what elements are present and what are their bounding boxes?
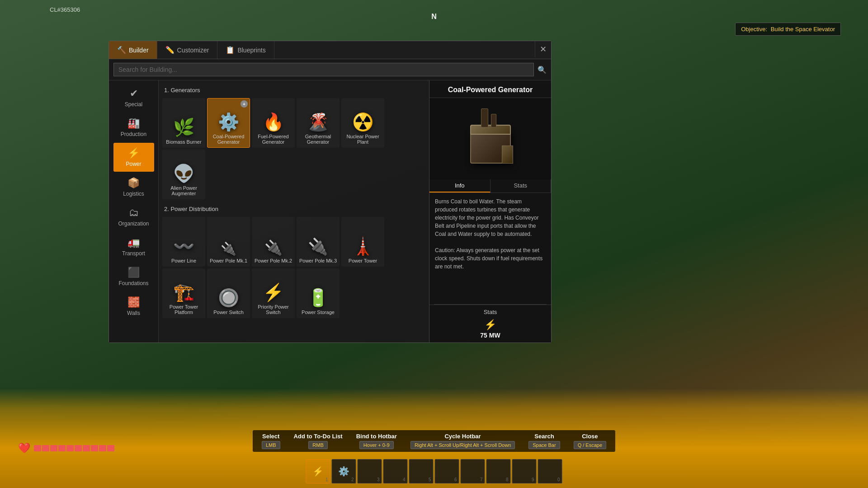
customizer-tab-label: Customizer bbox=[177, 47, 209, 54]
walls-icon: 🧱 bbox=[127, 296, 140, 308]
item-power-tower-platform[interactable]: 🏗️ Power Tower Platform bbox=[162, 268, 205, 318]
sidebar-item-transport[interactable]: 🚛 Transport bbox=[113, 232, 154, 261]
hud-coordinates: CL#365306 bbox=[50, 6, 80, 13]
organization-icon: 🗂 bbox=[129, 207, 139, 219]
power-pole-mk1-label: Power Pole Mk.1 bbox=[210, 258, 247, 263]
hotbar-slot-9[interactable]: 9 bbox=[512, 459, 537, 483]
hotbar-slot-5-num: 5 bbox=[429, 477, 431, 482]
hotbar-slot-0-num: 0 bbox=[557, 477, 560, 482]
blueprints-tab-label: Blueprints bbox=[237, 47, 265, 54]
sidebar-item-production[interactable]: 🏭 Production bbox=[113, 113, 154, 142]
hotbar-slot-7[interactable]: 7 bbox=[461, 459, 485, 483]
health-seg-4 bbox=[58, 445, 66, 451]
info-image-area bbox=[429, 98, 551, 179]
health-icon: ❤️ bbox=[18, 442, 30, 454]
sidebar-item-walls[interactable]: 🧱 Walls bbox=[113, 292, 154, 321]
sidebar-label-organization: Organization bbox=[118, 221, 149, 227]
alien-power-label: Alien Power Augmenter bbox=[165, 185, 203, 196]
hotbar-slot-3[interactable]: 3 bbox=[358, 459, 382, 483]
power-switch-label: Power Switch bbox=[213, 310, 244, 315]
sidebar: ✔ Special 🏭 Production ⚡ Power 📦 Logisti… bbox=[109, 80, 159, 343]
bottom-controls: Select LMB Add to To-Do List RMB Bind to… bbox=[253, 430, 615, 452]
health-seg-9 bbox=[99, 445, 106, 451]
tab-bar: 🔨 Builder ✏️ Customizer 📋 Blueprints ✕ bbox=[109, 41, 551, 59]
building-grid: 1. Generators 🌿 Biomass Burner + ⚙️ Coal… bbox=[159, 80, 429, 343]
health-seg-8 bbox=[91, 445, 98, 451]
info-panel: Coal-Powered Generator Info Stats bbox=[429, 80, 551, 343]
info-tab-info[interactable]: Info bbox=[429, 179, 491, 192]
generators-row: 🌿 Biomass Burner + ⚙️ Coal-Powered Gener… bbox=[162, 98, 425, 199]
control-cycle-hotbar: Cycle Hotbar Right Alt + Scroll Up/Right… bbox=[410, 433, 515, 449]
hotbar-slot-2-num: 2 bbox=[351, 477, 354, 482]
power-stat-icon: ⚡ bbox=[484, 319, 496, 331]
sidebar-label-logistics: Logistics bbox=[123, 191, 144, 197]
sidebar-label-walls: Walls bbox=[127, 310, 140, 316]
item-coal-powered-generator[interactable]: + ⚙️ Coal-Powered Generator bbox=[207, 98, 250, 148]
item-nuclear-power-plant[interactable]: ☢️ Nuclear Power Plant bbox=[341, 98, 384, 148]
geo-gen-label: Geothermal Generator bbox=[299, 134, 337, 145]
hotbar-slot-4-num: 4 bbox=[403, 477, 406, 482]
coal-gen-icon: ⚙️ bbox=[218, 112, 239, 132]
hotbar-slot-0[interactable]: 0 bbox=[538, 459, 562, 483]
hud-compass: N bbox=[431, 13, 437, 21]
close-button[interactable]: ✕ bbox=[535, 41, 551, 57]
coal-gen-label: Coal-Powered Generator bbox=[209, 134, 248, 145]
power-switch-icon: 🔘 bbox=[218, 288, 239, 308]
hotbar-slot-2[interactable]: ⚙️ 2 bbox=[332, 459, 356, 483]
tab-customizer[interactable]: ✏️ Customizer bbox=[157, 41, 218, 59]
tab-blueprints[interactable]: 📋 Blueprints bbox=[217, 41, 274, 59]
objective-text: Build the Space Elevator bbox=[771, 26, 835, 33]
blueprints-tab-icon: 📋 bbox=[226, 46, 235, 54]
hotbar-slot-1[interactable]: ⚡ 1 bbox=[306, 459, 330, 483]
info-description: Burns Coal to boil Water. The steam prod… bbox=[429, 193, 551, 304]
sidebar-label-production: Production bbox=[121, 131, 146, 137]
item-power-tower[interactable]: 🗼 Power Tower bbox=[341, 217, 384, 267]
item-power-line[interactable]: 〰️ Power Line bbox=[162, 217, 205, 267]
item-power-pole-mk3[interactable]: 🔌 Power Pole Mk.3 bbox=[297, 217, 340, 267]
item-biomass-burner[interactable]: 🌿 Biomass Burner bbox=[162, 98, 205, 148]
health-bar: ❤️ bbox=[18, 442, 114, 454]
sidebar-item-organization[interactable]: 🗂 Organization bbox=[113, 202, 154, 231]
power-pole-mk2-icon: 🔌 bbox=[264, 239, 283, 256]
builder-window: 🔨 Builder ✏️ Customizer 📋 Blueprints ✕ 🔍… bbox=[108, 41, 552, 343]
item-power-switch[interactable]: 🔘 Power Switch bbox=[207, 268, 250, 318]
hotbar: ⚡ 1 ⚙️ 2 3 4 5 6 7 8 9 0 bbox=[306, 459, 562, 483]
tab-builder[interactable]: 🔨 Builder bbox=[109, 41, 157, 59]
content-area: ✔ Special 🏭 Production ⚡ Power 📦 Logisti… bbox=[109, 80, 551, 343]
item-fuel-powered-generator[interactable]: 🔥 Fuel-Powered Generator bbox=[252, 98, 295, 148]
hotbar-slot-5[interactable]: 5 bbox=[409, 459, 434, 483]
sidebar-item-foundations[interactable]: ⬛ Foundations bbox=[113, 262, 154, 291]
search-bar: 🔍 bbox=[109, 59, 551, 80]
generators-header: 1. Generators bbox=[162, 84, 425, 96]
power-tower-label: Power Tower bbox=[349, 258, 377, 263]
stats-title: Stats bbox=[435, 309, 546, 315]
priority-switch-icon: ⚡ bbox=[263, 282, 284, 302]
info-tab-stats[interactable]: Stats bbox=[491, 179, 552, 192]
health-seg-10 bbox=[107, 445, 114, 451]
power-storage-label: Power Storage bbox=[302, 310, 335, 315]
item-power-pole-mk1[interactable]: 🔌 Power Pole Mk.1 bbox=[207, 217, 250, 267]
sidebar-item-power[interactable]: ⚡ Power bbox=[113, 143, 154, 172]
sidebar-item-special[interactable]: ✔ Special bbox=[113, 83, 154, 112]
item-geothermal-generator[interactable]: 🌋 Geothermal Generator bbox=[297, 98, 340, 148]
power-icon: ⚡ bbox=[127, 147, 140, 159]
item-alien-power-augmenter[interactable]: 👽 Alien Power Augmenter bbox=[162, 150, 205, 199]
sidebar-label-transport: Transport bbox=[122, 250, 145, 257]
power-pole-mk3-label: Power Pole Mk.3 bbox=[299, 258, 337, 263]
item-power-pole-mk2[interactable]: 🔌 Power Pole Mk.2 bbox=[252, 217, 295, 267]
hotbar-slot-8-num: 8 bbox=[506, 477, 509, 482]
search-input[interactable] bbox=[113, 63, 534, 76]
power-tower-platform-label: Power Tower Platform bbox=[165, 304, 203, 315]
item-priority-power-switch[interactable]: ⚡ Priority Power Switch bbox=[252, 268, 295, 318]
control-search: Search Space Bar bbox=[528, 433, 560, 449]
customizer-tab-icon: ✏️ bbox=[165, 46, 175, 54]
builder-tab-label: Builder bbox=[129, 47, 149, 54]
item-power-storage[interactable]: 🔋 Power Storage bbox=[297, 268, 340, 318]
hotbar-slot-6[interactable]: 6 bbox=[435, 459, 459, 483]
power-pole-mk1-icon: 🔌 bbox=[221, 241, 236, 256]
hotbar-slot-9-num: 9 bbox=[532, 477, 534, 482]
hotbar-slot-1-num: 1 bbox=[326, 477, 328, 482]
sidebar-item-logistics[interactable]: 📦 Logistics bbox=[113, 173, 154, 202]
hotbar-slot-4[interactable]: 4 bbox=[383, 459, 408, 483]
hotbar-slot-8[interactable]: 8 bbox=[486, 459, 511, 483]
